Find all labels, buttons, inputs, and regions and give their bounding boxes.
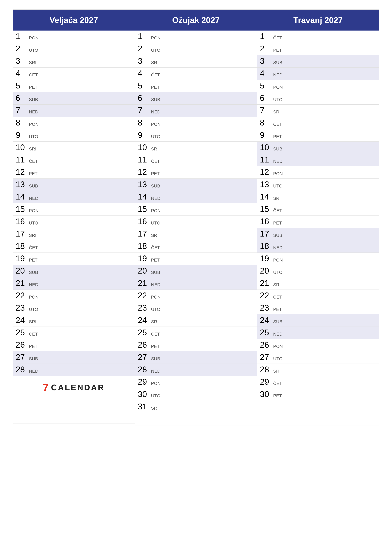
day-row: 27SUB bbox=[13, 351, 135, 364]
day-row: 16UTO bbox=[13, 216, 135, 228]
day-row: 2UTO bbox=[13, 43, 135, 55]
day-number: 26 bbox=[260, 341, 272, 349]
day-number: 7 bbox=[138, 106, 150, 114]
day-number: 18 bbox=[16, 242, 28, 250]
day-number: 2 bbox=[260, 44, 272, 53]
month-header-0: Veljača 2027 bbox=[13, 10, 135, 30]
day-number: 21 bbox=[138, 279, 150, 287]
day-row: 18NED bbox=[257, 240, 379, 253]
day-name: UTO bbox=[29, 134, 38, 140]
calendar-grid: Veljača 2027Ožujak 2027Travanj 20271PON2… bbox=[13, 9, 379, 436]
day-row: 13SUB bbox=[135, 179, 257, 191]
day-name: SRI bbox=[273, 196, 281, 202]
day-name: PON bbox=[151, 209, 161, 214]
day-row: 8ČET bbox=[257, 117, 379, 129]
day-number: 17 bbox=[16, 230, 28, 238]
day-row: 9UTO bbox=[135, 129, 257, 142]
day-row: 21NED bbox=[13, 277, 135, 290]
day-number: 26 bbox=[16, 341, 28, 349]
day-row: 2PET bbox=[257, 43, 379, 55]
day-row: 15PON bbox=[135, 203, 257, 216]
day-row: 10SUB bbox=[257, 142, 379, 154]
day-row: 1PON bbox=[135, 30, 257, 43]
day-row: 15PON bbox=[13, 203, 135, 216]
day-name: PON bbox=[151, 381, 161, 387]
day-name: UTO bbox=[29, 221, 38, 226]
day-number: 11 bbox=[138, 155, 150, 164]
day-name: SRI bbox=[273, 110, 281, 115]
day-name: SRI bbox=[29, 147, 36, 152]
day-row: 6SUB bbox=[135, 92, 257, 105]
day-name: PET bbox=[273, 221, 282, 226]
day-number: 10 bbox=[16, 143, 28, 151]
day-number: 27 bbox=[16, 353, 28, 361]
day-row: 7SRI bbox=[257, 105, 379, 117]
day-number: 25 bbox=[16, 328, 28, 336]
day-name: UTO bbox=[273, 357, 282, 362]
day-row: 15ČET bbox=[257, 203, 379, 216]
day-number: 24 bbox=[16, 316, 28, 324]
month-col-1: 1PON2UTO3SRI4ČET5PET6SUB7NED8PON9UTO10SR… bbox=[135, 30, 257, 436]
day-number: 26 bbox=[138, 341, 150, 349]
day-number: 5 bbox=[260, 81, 272, 90]
day-number: 16 bbox=[260, 217, 272, 226]
month-col-0: 1PON2UTO3SRI4ČET5PET6SUB7NED8PON9UTO10SR… bbox=[13, 30, 135, 436]
day-name: PET bbox=[29, 344, 37, 350]
day-row: 16PET bbox=[257, 216, 379, 228]
day-row: 8PON bbox=[135, 117, 257, 129]
day-number: 4 bbox=[138, 69, 150, 77]
day-number: 8 bbox=[16, 118, 28, 127]
day-number: 9 bbox=[260, 131, 272, 139]
day-name: UTO bbox=[29, 307, 38, 313]
day-name: NED bbox=[151, 196, 160, 202]
day-number: 18 bbox=[260, 242, 272, 250]
day-row: 14SRI bbox=[257, 191, 379, 203]
day-number: 16 bbox=[138, 217, 150, 226]
day-name: SUB bbox=[151, 270, 160, 276]
day-row: 7NED bbox=[13, 105, 135, 117]
day-name: PET bbox=[151, 258, 160, 263]
calendar-logo-icon: 7 bbox=[43, 382, 49, 393]
day-name: PON bbox=[151, 36, 161, 41]
day-number: 28 bbox=[138, 365, 150, 373]
day-number: 15 bbox=[16, 205, 28, 213]
day-number: 22 bbox=[16, 291, 28, 299]
day-name: PON bbox=[151, 122, 161, 128]
day-row: 27SUB bbox=[135, 351, 257, 364]
day-name: SUB bbox=[29, 184, 38, 189]
day-number: 11 bbox=[16, 155, 28, 164]
day-name: SUB bbox=[151, 184, 160, 189]
day-row: 8PON bbox=[13, 117, 135, 129]
day-name: PET bbox=[29, 85, 37, 90]
day-name: PON bbox=[151, 295, 161, 300]
day-row: 19PET bbox=[135, 253, 257, 265]
empty-cell bbox=[13, 399, 135, 411]
day-row: 4ČET bbox=[13, 67, 135, 80]
day-name: SRI bbox=[151, 147, 158, 152]
day-row: 14NED bbox=[135, 191, 257, 203]
day-name: ČET bbox=[151, 73, 160, 78]
day-name: SRI bbox=[151, 320, 158, 325]
day-name: NED bbox=[273, 332, 282, 337]
day-row: 21NED bbox=[135, 277, 257, 290]
month-header-2: Travanj 2027 bbox=[257, 10, 379, 30]
day-number: 6 bbox=[138, 94, 150, 102]
day-row: 27UTO bbox=[257, 351, 379, 364]
day-row: 23PET bbox=[257, 302, 379, 314]
day-name: SUB bbox=[273, 60, 282, 66]
month-col-2: 1ČET2PET3SUB4NED5PON6UTO7SRI8ČET9PET10SU… bbox=[257, 30, 379, 436]
day-row: 16UTO bbox=[135, 216, 257, 228]
day-name: PET bbox=[273, 394, 282, 399]
day-row: 24SRI bbox=[13, 314, 135, 327]
day-row: 1ČET bbox=[257, 30, 379, 43]
day-number: 23 bbox=[16, 304, 28, 312]
day-name: SUB bbox=[29, 270, 38, 276]
day-number: 7 bbox=[260, 106, 272, 114]
day-number: 13 bbox=[260, 180, 272, 189]
day-name: SRI bbox=[29, 60, 36, 66]
day-number: 3 bbox=[16, 57, 28, 65]
day-number: 9 bbox=[16, 131, 28, 139]
day-name: UTO bbox=[151, 221, 160, 226]
day-number: 14 bbox=[260, 193, 272, 201]
day-row: 12PET bbox=[13, 166, 135, 179]
